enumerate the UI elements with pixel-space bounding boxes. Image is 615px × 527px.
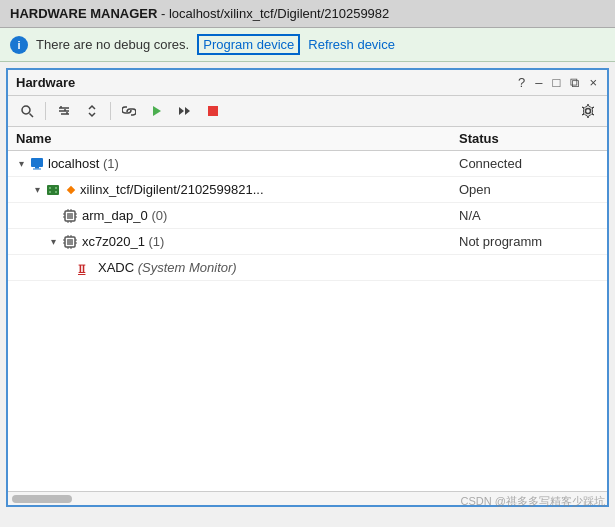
toolbar-divider-2	[110, 102, 111, 120]
minimize-button[interactable]: –	[533, 76, 544, 89]
svg-point-0	[22, 106, 30, 114]
svg-marker-10	[185, 107, 190, 115]
svg-rect-11	[208, 106, 218, 116]
program-device-link[interactable]: Program device	[197, 34, 300, 55]
xadc-icon: Ⅱ	[78, 261, 94, 275]
hardware-panel: Hardware ? – □ ⧉ ×	[6, 68, 609, 507]
xc7z020-label: xc7z020_1 (1)	[82, 234, 164, 249]
tree-row-localhost[interactable]: ▾ localhost (1) Connected	[8, 151, 607, 177]
search-icon	[20, 104, 34, 118]
restore-button[interactable]: □	[551, 76, 563, 89]
arm-dap-label: arm_dap_0 (0)	[82, 208, 167, 223]
svg-rect-14	[35, 167, 39, 169]
tree-cell-xadc-name: ▸ Ⅱ XADC (System Monitor)	[64, 260, 459, 275]
help-button[interactable]: ?	[516, 76, 527, 89]
svg-line-1	[30, 114, 34, 118]
chevron-localhost: ▾	[16, 159, 26, 169]
board-icon	[46, 183, 60, 197]
app-title: HARDWARE MANAGER	[10, 6, 157, 21]
xilinx-tcf-status: Open	[459, 182, 599, 197]
tree-row-arm-dap[interactable]: ▸ arm_dap_0 (0) N/A	[8, 203, 607, 229]
svg-rect-15	[33, 168, 41, 169]
sort-button[interactable]	[79, 100, 105, 122]
stop-icon	[206, 104, 220, 118]
panel-controls: ? – □ ⧉ ×	[516, 76, 599, 89]
search-button[interactable]	[14, 100, 40, 122]
tree-cell-xilinx-name: ▾ xilinx_tcf/Digilent/2102599821...	[32, 182, 459, 197]
header-bar: HARDWARE MANAGER - localhost/xilinx_tcf/…	[0, 0, 615, 28]
forward-icon	[178, 104, 192, 118]
xc7z020-status: Not programm	[459, 234, 599, 249]
link-button[interactable]	[116, 100, 142, 122]
panel-header: Hardware ? – □ ⧉ ×	[8, 70, 607, 96]
filter1-button[interactable]	[51, 100, 77, 122]
localhost-label: localhost (1)	[48, 156, 119, 171]
svg-point-20	[55, 191, 57, 193]
svg-rect-16	[47, 185, 59, 195]
tree-row-xilinx-tcf[interactable]: ▾ xilinx_tcf/Digilent/2102599821... Open	[8, 177, 607, 203]
svg-point-17	[49, 187, 51, 189]
panel-title: Hardware	[16, 75, 75, 90]
sort-icon	[85, 104, 99, 118]
settings-button[interactable]	[575, 100, 601, 122]
localhost-status: Connected	[459, 156, 599, 171]
col-status-header: Status	[459, 131, 599, 146]
info-icon: i	[10, 36, 28, 54]
close-button[interactable]: ×	[587, 76, 599, 89]
tree-cell-localhost-name: ▾ localhost (1)	[16, 156, 459, 171]
run-icon	[150, 104, 164, 118]
header-path: - localhost/xilinx_tcf/Digilent/21025998…	[157, 6, 389, 21]
tree-cell-xc7-name: ▾ xc7z020_1 (1)	[48, 234, 459, 250]
stop-button[interactable]	[200, 100, 226, 122]
chevron-xilinx: ▾	[32, 185, 42, 195]
link-icon	[122, 104, 136, 118]
svg-text:Ⅱ: Ⅱ	[78, 263, 86, 275]
info-bar: i There are no debug cores. Program devi…	[0, 28, 615, 62]
maximize-button[interactable]: ⧉	[568, 76, 581, 89]
watermark: CSDN @祺多多写精客少踩坑	[461, 494, 605, 509]
svg-point-12	[586, 109, 591, 114]
xadc-label: XADC (System Monitor)	[98, 260, 237, 275]
svg-rect-23	[67, 213, 73, 219]
chip-icon-arm	[62, 208, 78, 224]
scroll-thumb[interactable]	[12, 495, 72, 503]
chip-icon-xc7	[62, 234, 78, 250]
chevron-xc7: ▾	[48, 237, 58, 247]
svg-point-18	[49, 191, 51, 193]
tree-row-xc7z020[interactable]: ▾ xc7z020_1 (1) Not p	[8, 229, 607, 255]
arm-dap-status: N/A	[459, 208, 599, 223]
svg-marker-8	[153, 106, 161, 116]
filter1-icon	[57, 104, 71, 118]
toolbar	[8, 96, 607, 127]
tree-row-xadc[interactable]: ▸ Ⅱ XADC (System Monitor)	[8, 255, 607, 281]
svg-marker-9	[179, 107, 184, 115]
xilinx-tcf-label: xilinx_tcf/Digilent/2102599821...	[80, 182, 264, 197]
diamond-icon	[66, 185, 76, 195]
gear-icon	[580, 103, 596, 119]
run-button[interactable]	[144, 100, 170, 122]
svg-point-19	[55, 187, 57, 189]
tree-content[interactable]: ▾ localhost (1) Connected ▾	[8, 151, 607, 491]
info-text: There are no debug cores.	[36, 37, 189, 52]
column-headers: Name Status	[8, 127, 607, 151]
svg-rect-33	[67, 239, 73, 245]
header-title: HARDWARE MANAGER - localhost/xilinx_tcf/…	[10, 6, 389, 21]
svg-rect-21	[67, 185, 75, 193]
tree-cell-arm-name: ▸ arm_dap_0 (0)	[48, 208, 459, 224]
svg-rect-13	[31, 158, 43, 167]
monitor-icon	[30, 157, 44, 171]
forward-button[interactable]	[172, 100, 198, 122]
col-name-header: Name	[16, 131, 459, 146]
toolbar-divider-1	[45, 102, 46, 120]
refresh-device-link[interactable]: Refresh device	[308, 37, 395, 52]
